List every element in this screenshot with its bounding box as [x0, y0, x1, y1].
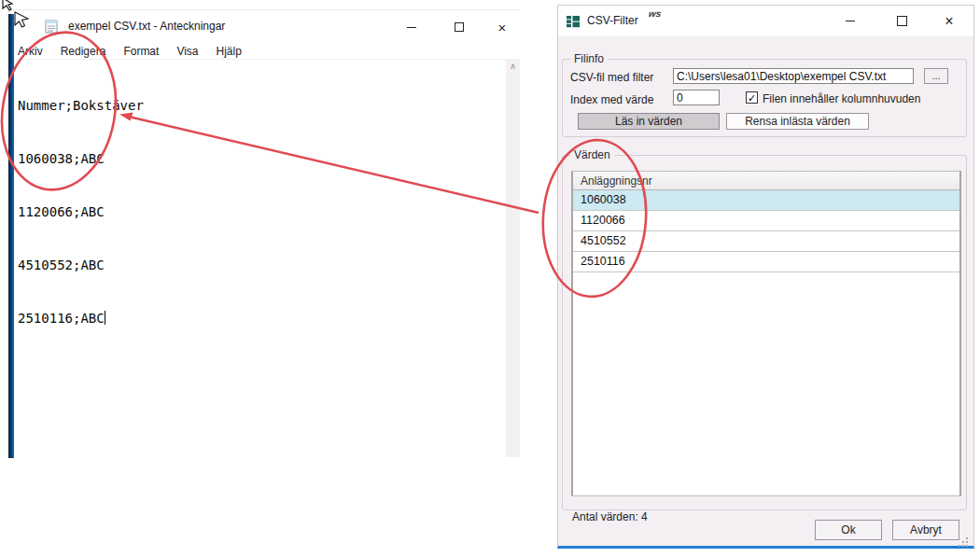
text-cursor-glyph: ws: [648, 8, 662, 19]
notepad-window: exempel CSV.txt - Anteckningar × Arkiv R…: [8, 9, 520, 457]
close-icon: ×: [498, 21, 507, 35]
text-caret: [105, 311, 105, 325]
text-line: 1060038;ABC: [18, 150, 506, 168]
table-row[interactable]: 2510116: [573, 252, 959, 272]
notepad-window-title: exempel CSV.txt - Anteckningar: [68, 10, 225, 43]
varden-legend: Värden: [570, 148, 614, 161]
table-row[interactable]: 1060038: [573, 190, 959, 211]
csv-filter-window: CSV-Filter × Filinfo CSV-fil med filter …: [557, 5, 974, 549]
minimize-icon: [407, 27, 416, 28]
notepad-close-button[interactable]: ×: [492, 18, 512, 36]
load-values-button[interactable]: Läs in värden: [578, 113, 720, 130]
text-line: 1120066;ABC: [18, 203, 506, 221]
table-row[interactable]: 4510552: [573, 231, 959, 252]
menu-arkiv[interactable]: Arkiv: [18, 43, 43, 59]
filinfo-legend: Filinfo: [570, 52, 608, 65]
text-line: 4510552;ABC: [18, 257, 506, 274]
values-table: Anläggningsnr 1060038 1120066 4510552 25…: [571, 171, 961, 496]
csv-file-path-input[interactable]: [673, 68, 914, 84]
maximize-icon: [897, 16, 907, 26]
scroll-up-icon[interactable]: ∧: [506, 60, 520, 73]
ok-button[interactable]: Ok: [815, 520, 882, 540]
text-line: Nummer;Bokstäver: [18, 97, 506, 115]
menu-redigera[interactable]: Redigera: [61, 43, 106, 59]
column-headers-checkbox[interactable]: ✓: [746, 91, 758, 104]
csv-filter-minimize-button[interactable]: [839, 11, 861, 31]
filinfo-groupbox: Filinfo CSV-fil med filter ... Index med…: [562, 59, 967, 137]
notepad-maximize-button[interactable]: [449, 18, 469, 36]
column-headers-checkbox-label[interactable]: Filen innehåller kolumnhuvuden: [763, 92, 920, 105]
clear-values-button[interactable]: Rensa inlästa värden: [726, 113, 869, 130]
index-input[interactable]: [673, 90, 720, 105]
notepad-titlebar[interactable]: exempel CSV.txt - Anteckningar ×: [14, 10, 520, 43]
csv-filter-window-title: CSV-Filter: [587, 6, 638, 36]
cancel-button[interactable]: Avbryt: [892, 520, 959, 540]
text-line: 2510116;ABC: [18, 310, 506, 327]
menu-hjalp[interactable]: Hjälp: [217, 43, 242, 59]
notepad-vertical-scrollbar[interactable]: ∧: [506, 60, 520, 457]
csv-filter-client-area: Filinfo CSV-fil med filter ... Index med…: [558, 36, 973, 546]
notepad-menubar: Arkiv Redigera Format Visa Hjälp: [14, 43, 520, 60]
values-column-header[interactable]: Anläggningsnr: [573, 172, 959, 190]
varden-groupbox: Värden Anläggningsnr 1060038 1120066 451…: [562, 155, 967, 510]
csv-filter-maximize-button[interactable]: [890, 11, 913, 31]
value-count-label: Antal värden: 4: [572, 510, 648, 523]
csv-filter-app-icon: [566, 14, 581, 29]
table-row[interactable]: 1120066: [573, 211, 959, 231]
menu-format[interactable]: Format: [123, 43, 159, 59]
screen: exempel CSV.txt - Anteckningar × Arkiv R…: [0, 0, 980, 557]
maximize-icon: [455, 22, 464, 32]
notepad-minimize-button[interactable]: [401, 18, 422, 36]
index-label: Index med värde: [570, 93, 653, 106]
minimize-icon: [846, 21, 855, 21]
notepad-app-icon: [44, 19, 59, 34]
notepad-text-area[interactable]: Nummer;Bokstäver 1060038;ABC 1120066;ABC…: [14, 60, 506, 457]
browse-button[interactable]: ...: [924, 68, 948, 84]
csv-file-label: CSV-fil med filter: [570, 71, 653, 84]
csv-filter-close-button[interactable]: ×: [938, 11, 960, 31]
menu-visa[interactable]: Visa: [176, 43, 198, 59]
csv-filter-titlebar[interactable]: CSV-Filter ×: [558, 6, 973, 36]
close-icon: ×: [945, 14, 953, 29]
resize-grip[interactable]: [959, 537, 968, 547]
